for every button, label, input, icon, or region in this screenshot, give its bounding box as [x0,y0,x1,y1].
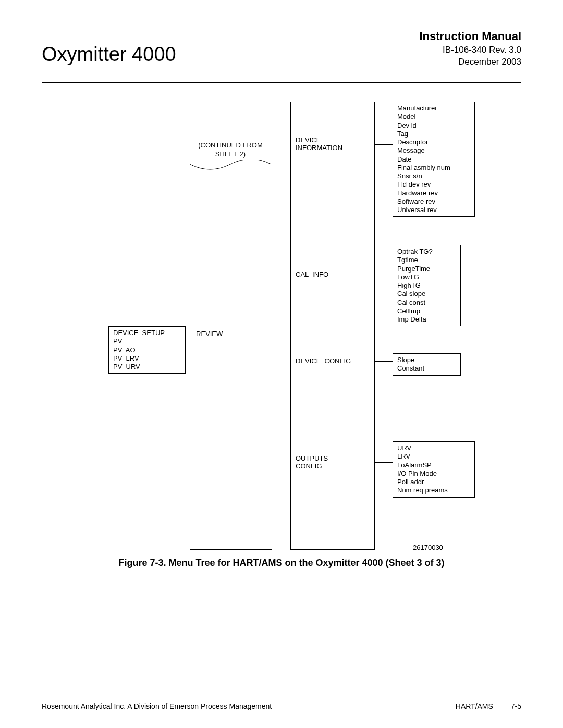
footer-page-info: HART/AMS 7-5 [456,702,521,710]
footer-page-number: 7-5 [511,702,521,710]
doc-rev: IB-106-340 Rev. 3.0 [419,44,521,56]
right-device-information-box: Manufacturer Model Dev id Tag Descriptor… [393,102,475,217]
figure-caption: Figure 7-3. Menu Tree for HART/AMS on th… [42,558,521,569]
device-setup-box: DEVICE SETUP PV PV AO PV LRV PV URV [108,326,186,374]
page: Oxymitter 4000 Instruction Manual IB-106… [0,0,563,728]
product-title: Oxymitter 4000 [42,43,176,66]
manual-label: Instruction Manual [419,29,521,44]
footer-company: Rosemount Analytical Inc. A Division of … [42,702,272,710]
header-divider [42,82,521,83]
footer-section: HART/AMS [456,702,493,710]
right-cal-info-box: Optrak TG? Tgtime PurgeTime LowTG HighTG… [393,245,461,326]
menu-tree-diagram: (CONTINUED FROM SHEET 2) REVIEW DEVICE S… [42,102,521,550]
connector-middle-devconfig [374,361,393,362]
connector-review-middle [271,334,290,334]
middle-column-box [290,102,375,550]
doc-date: December 2003 [419,56,521,68]
mid-device-config: DEVICE CONFIG [296,357,351,365]
connector-middle-devinfo [374,144,393,145]
drawing-id: 26170030 [413,544,443,551]
mid-cal-info: CAL INFO [296,270,328,278]
continued-from-note: (CONTINUED FROM SHEET 2) [189,141,272,159]
mid-device-information: DEVICE INFORMATION [296,136,342,152]
connector-devicesetup-review [184,334,190,334]
review-box-top-mask [190,178,271,179]
right-outputs-config-box: URV LRV LoAlarmSP I/O Pin Mode Poll addr… [393,441,475,498]
scallop-connector [190,160,271,179]
connector-middle-calinfo [374,275,393,275]
review-column-box [190,179,272,550]
mid-outputs-config: OUTPUTS CONFIG [296,454,328,470]
right-device-config-box: Slope Constant [393,353,461,376]
connector-middle-outputs [374,462,393,463]
review-label: REVIEW [196,330,223,338]
header-meta: Instruction Manual IB-106-340 Rev. 3.0 D… [419,29,521,68]
